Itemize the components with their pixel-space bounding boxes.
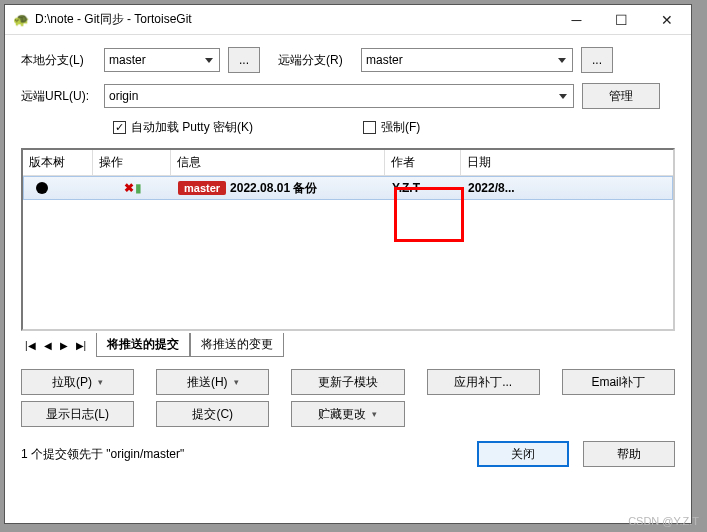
table-row[interactable]: ✖▮ master 2022.08.01 备份 Y.Z.T 2022/8... <box>23 176 673 200</box>
minimize-button[interactable]: ─ <box>554 6 599 34</box>
close-button[interactable]: ✕ <box>644 6 689 34</box>
watermark: CSDN @Y.Z.T <box>628 515 699 527</box>
nav-next-button[interactable]: ▶ <box>56 338 72 353</box>
help-button[interactable]: 帮助 <box>583 441 675 467</box>
commit-table[interactable]: 版本树 操作 信息 作者 日期 ✖▮ master 2022.08.01 备份 … <box>21 148 675 331</box>
table-header: 版本树 操作 信息 作者 日期 <box>23 150 673 176</box>
stash-button[interactable]: 贮藏更改 <box>291 401 404 427</box>
local-branch-combo[interactable]: master <box>104 48 220 72</box>
commit-date: 2022/8... <box>462 179 532 197</box>
nav-first-button[interactable]: |◀ <box>21 338 40 353</box>
checkbox-unchecked-icon <box>363 121 376 134</box>
commit-message: 2022.08.01 备份 <box>230 180 317 197</box>
checkbox-checked-icon <box>113 121 126 134</box>
commit-node-icon <box>36 182 48 194</box>
remote-branch-browse-button[interactable]: ... <box>581 47 613 73</box>
nav-last-button[interactable]: ▶| <box>72 338 91 353</box>
nav-prev-button[interactable]: ◀ <box>40 338 56 353</box>
db-op-icon: ▮ <box>135 181 142 195</box>
remote-branch-label: 远端分支(R) <box>278 52 353 69</box>
th-date[interactable]: 日期 <box>461 150 531 175</box>
push-button[interactable]: 推送(H) <box>156 369 269 395</box>
local-branch-browse-button[interactable]: ... <box>228 47 260 73</box>
remote-url-combo[interactable]: origin <box>104 84 574 108</box>
app-icon <box>13 12 29 28</box>
th-msg[interactable]: 信息 <box>171 150 385 175</box>
window-title: D:\note - Git同步 - TortoiseGit <box>35 11 554 28</box>
submodule-button[interactable]: 更新子模块 <box>291 369 404 395</box>
show-log-button[interactable]: 显示日志(L) <box>21 401 134 427</box>
th-author[interactable]: 作者 <box>385 150 461 175</box>
titlebar: D:\note - Git同步 - TortoiseGit ─ ☐ ✕ <box>5 5 691 35</box>
status-text: 1 个提交领先于 "origin/master" <box>21 446 184 463</box>
commit-button[interactable]: 提交(C) <box>156 401 269 427</box>
remote-branch-combo[interactable]: master <box>361 48 573 72</box>
manage-button[interactable]: 管理 <box>582 83 660 109</box>
email-patch-button[interactable]: Email补丁 <box>562 369 675 395</box>
tab-commits[interactable]: 将推送的提交 <box>96 333 190 357</box>
putty-key-checkbox[interactable]: 自动加载 Putty 密钥(K) <box>113 119 253 136</box>
branch-tag: master <box>178 181 226 195</box>
apply-patch-button[interactable]: 应用补丁... <box>427 369 540 395</box>
delete-op-icon: ✖ <box>124 181 134 195</box>
commit-author: Y.Z.T <box>386 179 462 197</box>
tab-changes[interactable]: 将推送的变更 <box>190 333 284 357</box>
local-branch-label: 本地分支(L) <box>21 52 96 69</box>
remote-url-label: 远端URL(U): <box>21 88 96 105</box>
maximize-button[interactable]: ☐ <box>599 6 644 34</box>
th-op[interactable]: 操作 <box>93 150 171 175</box>
close-dialog-button[interactable]: 关闭 <box>477 441 569 467</box>
force-checkbox[interactable]: 强制(F) <box>363 119 420 136</box>
th-tree[interactable]: 版本树 <box>23 150 93 175</box>
pull-button[interactable]: 拉取(P) <box>21 369 134 395</box>
